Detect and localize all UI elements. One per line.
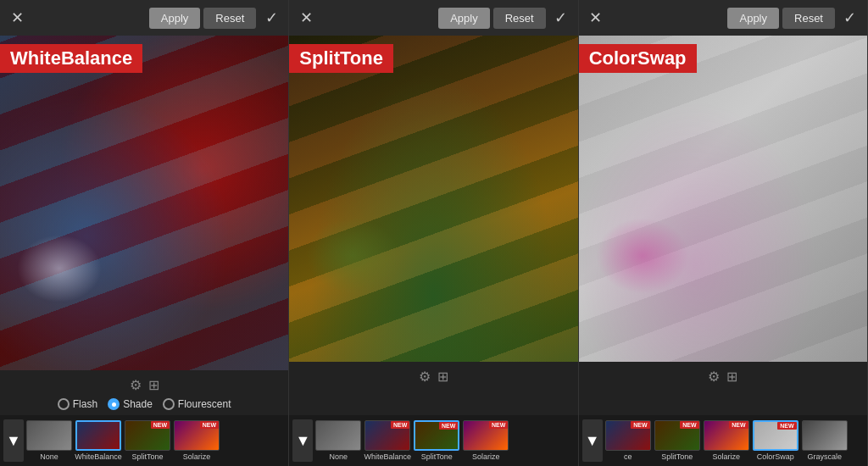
close-button-st[interactable]: ✕ — [294, 6, 318, 30]
thumb-img-cs-cs: NEW — [753, 420, 798, 451]
thumb-lbl-gs-cs: Grayscale — [807, 452, 842, 461]
thumb-cs-cs[interactable]: NEW ColorSwap — [752, 420, 799, 461]
apply-button-wb[interactable]: Apply — [149, 8, 201, 29]
grid-icon-st[interactable]: ⊞ — [437, 369, 448, 385]
radio-circle-flourescent[interactable] — [163, 398, 175, 410]
apply-button-st[interactable]: Apply — [438, 8, 490, 29]
filter-label-cs: ColorSwap — [579, 44, 697, 73]
panel-colorswap: ✕ Apply Reset ✓ ColorSwap ⚙ ⊞ ▼ NEW ce N… — [579, 0, 868, 466]
thumbnails-cs: NEW ce NEW SplitTone NEW Solarize NEW — [604, 420, 864, 461]
thumb-lbl-cs-cs: ColorSwap — [757, 452, 794, 461]
bottom-strip-st: ▼ None NEW WhiteBalance NEW SplitTone — [289, 415, 577, 466]
new-badge-sol-wb: NEW — [200, 421, 219, 429]
new-badge-cs-cs: NEW — [777, 422, 796, 430]
image-area-wb: WhiteBalance — [0, 36, 288, 370]
grid-icon-wb[interactable]: ⊞ — [148, 377, 159, 393]
thumbnails-wb: None WhiteBalance NEW SplitTone NEW Sola… — [25, 420, 285, 461]
scroll-left-st[interactable]: ▼ — [292, 419, 313, 462]
new-badge-sol-cs: NEW — [729, 421, 748, 429]
controls-cs: ⚙ ⊞ — [579, 362, 867, 415]
radio-label-shade: Shade — [123, 398, 153, 410]
reset-button-wb[interactable]: Reset — [203, 8, 256, 29]
bottom-strip-cs: ▼ NEW ce NEW SplitTone NEW Solarize — [579, 415, 867, 466]
radio-group-wb: Flash Shade Flourescent — [8, 398, 280, 410]
image-area-st: SplitTone — [289, 36, 577, 362]
confirm-button-cs[interactable]: ✓ — [838, 6, 862, 30]
thumb-lbl-st-wb: SplitTone — [131, 452, 163, 461]
new-badge-st-st: NEW — [439, 422, 458, 430]
apply-button-cs[interactable]: Apply — [727, 8, 779, 29]
thumb-partial-cs[interactable]: NEW ce — [604, 420, 652, 461]
thumb-wb-st[interactable]: NEW WhiteBalance — [364, 420, 411, 461]
thumb-lbl-sol-cs: Solarize — [712, 452, 740, 461]
thumb-none-st[interactable]: None — [314, 420, 362, 461]
confirm-button-st[interactable]: ✓ — [549, 6, 573, 30]
reset-button-st[interactable]: Reset — [493, 8, 546, 29]
gear-icon-cs[interactable]: ⚙ — [708, 369, 720, 385]
thumb-lbl-wb-st: WhiteBalance — [364, 452, 412, 461]
scroll-left-cs[interactable]: ▼ — [582, 419, 603, 462]
thumb-lbl-st-st: SplitTone — [421, 452, 453, 461]
filter-label-wb: WhiteBalance — [0, 44, 142, 73]
thumb-sol-st[interactable]: NEW Solarize — [462, 420, 509, 461]
radio-shade[interactable]: Shade — [108, 398, 153, 410]
thumb-img-wb-wb — [75, 420, 121, 451]
new-badge-st-wb: NEW — [151, 421, 170, 429]
panel-splittone: ✕ Apply Reset ✓ SplitTone ⚙ ⊞ ▼ None NEW… — [289, 0, 578, 466]
gear-row-st: ⚙ ⊞ — [298, 369, 569, 385]
image-cs — [579, 36, 867, 362]
close-button-wb[interactable]: ✕ — [5, 6, 29, 30]
thumbnails-st: None NEW WhiteBalance NEW SplitTone NEW … — [314, 420, 574, 461]
image-area-cs: ColorSwap — [579, 36, 867, 362]
thumb-lbl-none-st: None — [330, 452, 348, 461]
radio-circle-shade[interactable] — [108, 398, 120, 410]
scroll-left-wb[interactable]: ▼ — [3, 419, 24, 462]
thumb-img-wb-st: NEW — [364, 420, 410, 451]
confirm-button-wb[interactable]: ✓ — [259, 6, 283, 30]
grid-icon-cs[interactable]: ⊞ — [726, 369, 737, 385]
radio-flash[interactable]: Flash — [58, 398, 97, 410]
thumb-lbl-sol-wb: Solarize — [183, 452, 211, 461]
thumb-img-sol-st: NEW — [463, 420, 509, 451]
thumb-img-gs-cs — [802, 420, 848, 451]
filter-label-st: SplitTone — [289, 44, 393, 73]
gear-icon-st[interactable]: ⚙ — [419, 369, 431, 385]
radio-flourescent[interactable]: Flourescent — [163, 398, 231, 410]
gear-row-wb: ⚙ ⊞ — [8, 377, 280, 393]
close-button-cs[interactable]: ✕ — [584, 6, 608, 30]
gear-row-cs: ⚙ ⊞ — [587, 369, 859, 385]
thumb-none-wb[interactable]: None — [25, 420, 73, 461]
thumb-img-sol-wb: NEW — [174, 420, 220, 451]
thumb-sol-cs[interactable]: NEW Solarize — [703, 420, 750, 461]
radio-circle-flash[interactable] — [58, 398, 70, 410]
thumb-st-wb[interactable]: NEW SplitTone — [124, 420, 171, 461]
new-badge-wb-st: NEW — [391, 421, 409, 429]
thumb-sol-wb[interactable]: NEW Solarize — [173, 420, 220, 461]
thumb-lbl-partial-cs: ce — [624, 452, 632, 461]
thumb-lbl-st-cs: SplitTone — [661, 452, 693, 461]
thumb-img-none-wb — [26, 420, 72, 451]
thumb-img-st-wb: NEW — [125, 420, 170, 451]
gear-icon-wb[interactable]: ⚙ — [130, 377, 142, 393]
image-st — [289, 36, 577, 362]
thumb-gs-cs[interactable]: Grayscale — [801, 420, 849, 461]
panel-whitebalance: ✕ Apply Reset ✓ WhiteBalance ⚙ ⊞ Flash S… — [0, 0, 289, 466]
radio-label-flash: Flash — [73, 398, 97, 410]
thumb-img-partial-cs: NEW — [605, 420, 651, 451]
thumb-img-st-st: NEW — [414, 420, 459, 451]
radio-label-flourescent: Flourescent — [178, 398, 231, 410]
new-badge-partial-cs: NEW — [631, 421, 649, 429]
thumb-lbl-none-wb: None — [40, 452, 58, 461]
thumb-img-st-cs: NEW — [654, 420, 700, 451]
new-badge-st-cs: NEW — [680, 421, 698, 429]
controls-st: ⚙ ⊞ — [289, 362, 577, 415]
thumb-lbl-sol-st: Solarize — [472, 452, 500, 461]
thumb-lbl-wb-wb: WhiteBalance — [75, 452, 122, 461]
bottom-strip-wb: ▼ None WhiteBalance NEW SplitTone NEW So — [0, 415, 288, 466]
thumb-st-st[interactable]: NEW SplitTone — [413, 420, 460, 461]
new-badge-sol-st: NEW — [489, 421, 508, 429]
thumb-wb-wb[interactable]: WhiteBalance — [75, 420, 122, 461]
reset-button-cs[interactable]: Reset — [782, 8, 835, 29]
thumb-st-cs[interactable]: NEW SplitTone — [654, 420, 701, 461]
toolbar-whitebalance: ✕ Apply Reset ✓ — [0, 0, 288, 36]
